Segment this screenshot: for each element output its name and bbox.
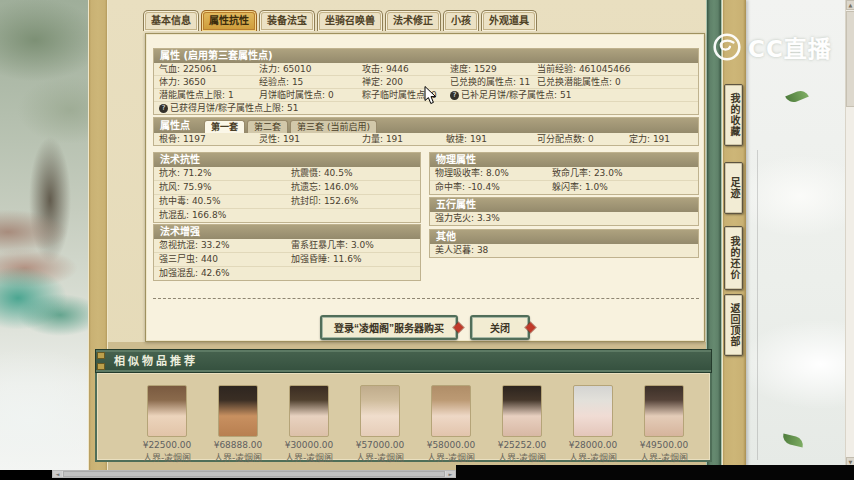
page-right-background	[746, 0, 845, 467]
stat-empty	[547, 212, 698, 225]
character-portrait	[644, 385, 684, 437]
product-price: ¥68888.00	[212, 440, 264, 450]
character-portrait	[360, 385, 400, 437]
stat-resist-poison: 抗中毒: 40.5%	[154, 195, 286, 208]
stat-resist-forget: 抗遗忘: 146.0%	[286, 181, 420, 194]
tab-attributes-resist[interactable]: 属性抗性	[201, 10, 257, 31]
tab-appearance-items[interactable]: 外观道具	[481, 10, 537, 31]
sidebar-item-my-counteroffer[interactable]: 我的还价	[724, 226, 743, 290]
five-elements-title: 五行属性	[430, 198, 698, 212]
cc-logo-icon	[712, 32, 742, 62]
tab-mounts-summons[interactable]: 坐骑召唤兽	[317, 10, 383, 31]
product-price: ¥30000.00	[283, 440, 335, 450]
stat-exchanged-points: 已兑换的属性点: 11	[445, 76, 532, 88]
similar-items-panel: 相似物品推荐 ¥22500.00 人界-凌烟阁 ¥68888.00 人界-凌烟阁…	[95, 349, 712, 462]
scroll-up-arrow[interactable]: ▲	[846, 0, 854, 10]
magic-enhance-box: 法术增强 忽视抗混: 33.2% 雷系狂暴几率: 3.0% 强三尸虫: 440 …	[153, 224, 421, 281]
product-card[interactable]: ¥68888.00 人界-凌烟阁	[212, 385, 264, 464]
help-icon[interactable]: ?	[159, 104, 168, 113]
stat-thunder-crit: 雷系狂暴几率: 3.0%	[286, 239, 420, 252]
product-server: 人界-凌烟阁	[567, 451, 619, 464]
stat-resist-water: 抗水: 71.2%	[154, 167, 286, 180]
sidebar-item-favorites[interactable]: 我的收藏	[724, 84, 743, 146]
stat-constitution: 根骨: 1197	[154, 133, 254, 145]
product-price: ¥58000.00	[425, 440, 477, 450]
sidebar-item-back-to-top[interactable]: 返回顶部	[724, 294, 743, 356]
close-button[interactable]: 关闭	[470, 315, 530, 340]
stat-row: 命中率: -10.4% 躲闪率: 1.0%	[430, 181, 698, 194]
stat-other-attr: 美人迟暮: 38	[430, 244, 547, 257]
scroll-left-arrow[interactable]: ◄	[53, 471, 62, 477]
magic-resist-title: 法术抗性	[154, 153, 420, 167]
stat-speed: 速度: 1529	[445, 63, 532, 75]
others-box: 其他 美人迟暮: 38	[429, 229, 699, 258]
tab-child[interactable]: 小孩	[443, 10, 479, 31]
close-label: 关闭	[490, 323, 510, 334]
product-card[interactable]: ¥49500.00 人界-凌烟阁	[638, 385, 690, 464]
attributes-box-title: 属性 (启用第三套属性点)	[154, 49, 698, 63]
stat-hit-rate: 命中率: -10.4%	[430, 181, 547, 194]
character-portrait	[218, 385, 258, 437]
stat-agility: 敏捷: 191	[441, 133, 532, 145]
sidebar-item-footprints[interactable]: 足迹	[724, 162, 743, 214]
product-card[interactable]: ¥57000.00 人界-凌烟阁	[354, 385, 406, 464]
attr-set-tab-3[interactable]: 第三套 (当前启用)	[290, 120, 377, 133]
five-elements-box: 五行属性 强力克火: 3.3%	[429, 197, 699, 226]
magic-resist-box: 法术抗性 抗水: 71.2% 抗震慑: 40.5% 抗风: 75.9% 抗遗忘:…	[153, 152, 421, 223]
product-server: 人界-凌烟阁	[212, 451, 264, 464]
cc-live-watermark: CC直播	[712, 30, 832, 64]
others-title: 其他	[430, 230, 698, 244]
character-portrait	[147, 385, 187, 437]
product-card[interactable]: ¥22500.00 人界-凌烟阁	[141, 385, 193, 464]
seal-decoration-icon	[526, 322, 536, 332]
stat-row: 物理吸收率: 8.0% 致命几率: 23.0%	[430, 167, 698, 181]
letterbox-corner	[456, 465, 854, 480]
stat-assignable-points: 可分配点数: 0	[532, 133, 624, 145]
stat-row: 抗混乱: 166.8%	[154, 209, 420, 222]
vertical-scrollbar-thumb[interactable]	[846, 11, 854, 107]
login-buy-button[interactable]: 登录“凌烟阁”服务器购买	[320, 315, 458, 340]
attribute-panel: 属性 (启用第三套属性点) 气血: 225061 法力: 65010 攻击: 9…	[145, 33, 705, 342]
physical-title: 物理属性	[430, 153, 698, 167]
scenic-painting-background	[0, 0, 88, 470]
tab-basic-info[interactable]: 基本信息	[143, 10, 199, 31]
horizontal-scrollbar[interactable]: ◄ ►	[52, 470, 456, 478]
help-icon[interactable]: ?	[450, 91, 459, 100]
dashed-divider	[153, 298, 699, 299]
character-portrait	[431, 385, 471, 437]
product-card[interactable]: ¥25252.00 人界-凌烟阁	[496, 385, 548, 464]
stat-mp: 法力: 65010	[254, 63, 357, 75]
horizontal-scrollbar-thumb[interactable]	[63, 471, 445, 477]
stat-strong-vs-fire: 强力克火: 3.3%	[430, 212, 547, 225]
stat-strength: 力量: 191	[357, 133, 441, 145]
stat-points-cap-text: 已获得月饼/粽子属性点上限: 51	[170, 103, 298, 113]
product-card[interactable]: ¥28000.00 人界-凌烟阁	[567, 385, 619, 464]
stat-row: 抗风: 75.9% 抗遗忘: 146.0%	[154, 181, 420, 195]
stat-empty	[286, 209, 420, 222]
stat-attack: 攻击: 9446	[357, 63, 445, 75]
stat-row: 气血: 225061 法力: 65010 攻击: 9446 速度: 1529 当…	[154, 63, 698, 76]
tab-spell-correction[interactable]: 法术修正	[385, 10, 441, 31]
stat-willpower: 定力: 191	[624, 133, 698, 145]
stat-row: 强力克火: 3.3%	[430, 212, 698, 225]
login-buy-label: 登录“凌烟阁”服务器购买	[334, 323, 444, 334]
product-card[interactable]: ¥30000.00 人界-凌烟阁	[283, 385, 335, 464]
vertical-scrollbar[interactable]: ▲ ▼	[845, 0, 854, 467]
attr-set-tab-2[interactable]: 第二套	[247, 120, 288, 133]
stat-row: 根骨: 1197 灵性: 191 力量: 191 敏捷: 191 可分配点数: …	[154, 133, 698, 145]
product-card[interactable]: ¥58000.00 人界-凌烟阁	[425, 385, 477, 464]
mouse-cursor	[424, 86, 437, 105]
stat-empty	[286, 267, 420, 280]
tab-equipment[interactable]: 装备法宝	[259, 10, 315, 31]
stat-row: 美人迟暮: 38	[430, 244, 698, 257]
character-portrait	[289, 385, 329, 437]
attribute-points-box: 属性点 第一套 第二套 第三套 (当前启用) 根骨: 1197 灵性: 191 …	[153, 117, 699, 146]
stat-resist-chaos: 抗混乱: 166.8%	[154, 209, 286, 222]
stat-exchanged-potential: 已兑换潜能属性点: 0	[532, 76, 698, 88]
scroll-right-arrow[interactable]: ►	[446, 471, 455, 477]
product-server: 人界-凌烟阁	[638, 451, 690, 464]
product-price: ¥22500.00	[141, 440, 193, 450]
attr-set-tab-1[interactable]: 第一套	[204, 120, 245, 133]
stat-row: 忽视抗混: 33.2% 雷系狂暴几率: 3.0%	[154, 239, 420, 253]
stat-crit-rate: 致命几率: 23.0%	[547, 167, 698, 180]
